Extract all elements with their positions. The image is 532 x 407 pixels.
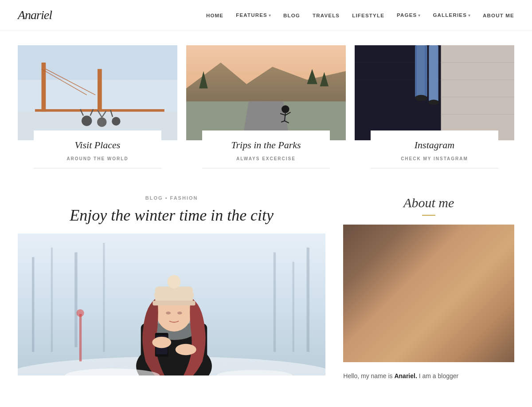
svg-rect-77 <box>343 237 449 241</box>
about-me-section: About me <box>343 195 514 381</box>
nav-item-home[interactable]: HOME <box>206 11 223 19</box>
nav-item-blog[interactable]: BLOG <box>283 11 300 19</box>
nav-link-pages[interactable]: PAGES <box>397 12 417 18</box>
nav-link-galleries[interactable]: GALLERIES <box>433 12 467 18</box>
site-logo[interactable]: Anariel <box>18 8 52 22</box>
svg-point-91 <box>453 308 465 320</box>
svg-rect-64 <box>153 300 195 305</box>
bottom-section: BLOG • FASHION Enjoy the winter time in … <box>18 195 514 381</box>
svg-rect-43 <box>429 45 438 101</box>
card-visit-places[interactable]: Visit Places AROUND THE WORLD <box>18 44 177 169</box>
svg-point-14 <box>112 117 120 125</box>
svg-point-85 <box>440 305 461 323</box>
svg-rect-44 <box>415 45 417 97</box>
svg-rect-52 <box>103 243 105 352</box>
svg-point-88 <box>393 308 405 320</box>
nav-link-features[interactable]: FEATURES <box>236 12 267 18</box>
svg-rect-62 <box>155 286 193 303</box>
main-content: Visit Places AROUND THE WORLD <box>0 31 532 394</box>
card-3-content: Instagram CHECK MY INSTAGRAM <box>371 130 498 169</box>
nav-link-home[interactable]: HOME <box>206 13 223 18</box>
svg-point-11 <box>97 117 106 126</box>
about-me-image[interactable] <box>343 225 514 362</box>
svg-rect-51 <box>74 253 77 348</box>
svg-point-84 <box>396 305 418 323</box>
card-2-image <box>186 44 346 142</box>
navigation: Anariel HOME FEATURES BLOG TRAVELS LIFES… <box>0 0 532 31</box>
card-3-title: Instagram <box>379 139 489 151</box>
svg-point-66 <box>177 312 182 314</box>
svg-rect-73 <box>79 314 82 361</box>
svg-point-46 <box>415 95 427 101</box>
blog-post-featured: BLOG • FASHION Enjoy the winter time in … <box>18 195 325 381</box>
svg-point-89 <box>393 322 406 335</box>
nav-link-travels[interactable]: TRAVELS <box>313 13 340 18</box>
card-2-title: Trips in the Parks <box>211 139 321 151</box>
svg-point-25 <box>282 105 289 113</box>
svg-point-69 <box>152 337 171 348</box>
svg-point-94 <box>433 339 436 342</box>
svg-rect-37 <box>441 45 514 140</box>
svg-rect-82 <box>411 305 418 323</box>
svg-rect-53 <box>274 253 276 352</box>
svg-point-90 <box>450 292 464 306</box>
nav-item-travels[interactable]: TRAVELS <box>313 11 340 19</box>
nav-link-blog[interactable]: BLOG <box>283 13 300 18</box>
svg-point-80 <box>479 314 514 362</box>
card-3-subtitle: CHECK MY INSTAGRAM <box>379 156 489 161</box>
svg-point-8 <box>82 116 92 126</box>
svg-point-63 <box>168 275 181 288</box>
svg-point-70 <box>176 344 196 356</box>
card-2-subtitle: ALWAYS EXCERCISE <box>211 156 321 161</box>
post-categories: BLOG • FASHION <box>18 195 325 201</box>
about-me-divider <box>422 215 435 216</box>
card-1-content: Visit Places AROUND THE WORLD <box>34 130 161 169</box>
nav-item-pages[interactable]: PAGES <box>397 12 420 18</box>
post-title[interactable]: Enjoy the winter time in the city <box>18 206 325 225</box>
svg-rect-76 <box>343 237 449 362</box>
nav-link-aboutme[interactable]: ABOUT ME <box>483 13 514 18</box>
svg-point-87 <box>394 292 408 306</box>
svg-rect-54 <box>293 262 294 352</box>
svg-point-93 <box>423 329 428 334</box>
nav-item-lifestyle[interactable]: LIFESTYLE <box>352 11 384 19</box>
svg-point-65 <box>166 312 171 314</box>
svg-point-92 <box>451 322 464 335</box>
featured-cards: Visit Places AROUND THE WORLD <box>18 44 514 169</box>
svg-point-74 <box>76 309 84 317</box>
svg-rect-50 <box>51 248 53 352</box>
about-me-text: Hello, my name is Anariel. I am a blogge… <box>343 371 514 381</box>
card-1-subtitle: AROUND THE WORLD <box>43 156 153 161</box>
card-1-title: Visit Places <box>43 139 153 151</box>
nav-item-features[interactable]: FEATURES <box>236 12 271 18</box>
svg-rect-55 <box>307 248 309 352</box>
svg-point-47 <box>428 100 438 105</box>
card-2-content: Trips in the Parks ALWAYS EXCERCISE <box>202 130 330 169</box>
nav-item-aboutme[interactable]: ABOUT ME <box>483 11 514 19</box>
card-1-image <box>18 44 177 142</box>
card-instagram[interactable]: Instagram CHECK MY INSTAGRAM <box>355 44 514 169</box>
svg-rect-75 <box>343 225 514 362</box>
svg-point-86 <box>407 264 451 311</box>
card-3-image <box>355 44 514 142</box>
nav-link-lifestyle[interactable]: LIFESTYLE <box>352 13 384 18</box>
svg-point-95 <box>418 342 422 345</box>
post-image[interactable] <box>18 233 325 375</box>
svg-rect-6 <box>35 109 164 112</box>
svg-rect-81 <box>408 308 450 362</box>
svg-rect-49 <box>32 257 34 352</box>
svg-rect-83 <box>439 305 446 323</box>
svg-rect-78 <box>343 273 449 276</box>
nav-item-galleries[interactable]: GALLERIES <box>433 12 470 18</box>
card-trips[interactable]: Trips in the Parks ALWAYS EXCERCISE <box>186 44 346 169</box>
svg-point-79 <box>450 273 514 362</box>
sidebar: About me <box>343 195 514 381</box>
svg-rect-45 <box>425 45 426 97</box>
about-me-title: About me <box>343 195 514 210</box>
nav-menu: HOME FEATURES BLOG TRAVELS LIFESTYLE PAG… <box>206 11 514 19</box>
